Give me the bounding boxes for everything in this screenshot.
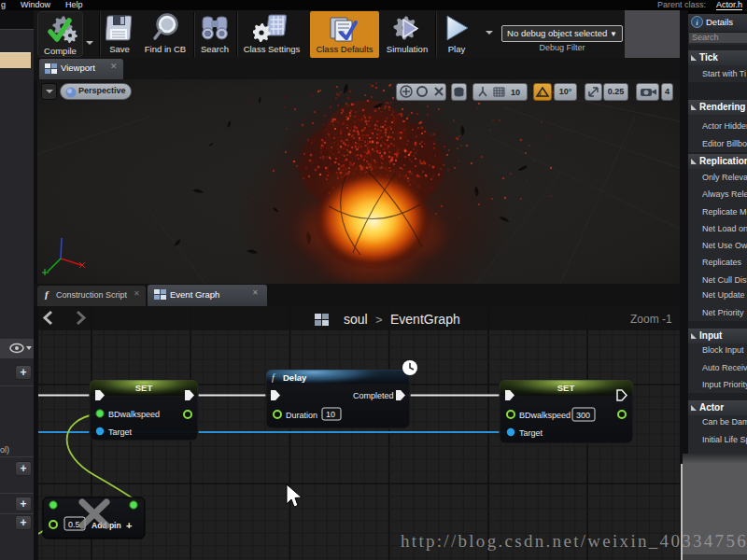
svg-text:Zoom -1: Zoom -1 xyxy=(630,313,672,326)
svg-text:Target: Target xyxy=(108,427,133,437)
svg-text:300: 300 xyxy=(576,411,590,420)
svg-text:10: 10 xyxy=(326,410,335,419)
svg-text:Target: Target xyxy=(519,428,543,438)
svg-text:Duration: Duration xyxy=(286,411,317,420)
svg-text:SET: SET xyxy=(557,383,575,393)
svg-text:Delay: Delay xyxy=(283,372,307,383)
svg-text:BDwalkspeed: BDwalkspeed xyxy=(108,410,160,419)
svg-text:>: > xyxy=(375,313,383,327)
svg-text:SET: SET xyxy=(135,383,153,393)
svg-text:0.5: 0.5 xyxy=(68,520,80,529)
svg-text:Completed: Completed xyxy=(353,391,394,400)
svg-text:BDwalkspeed: BDwalkspeed xyxy=(519,411,571,420)
svg-text:soul: soul xyxy=(344,312,368,327)
svg-text:10: 10 xyxy=(511,88,520,97)
svg-text:+: + xyxy=(126,520,132,531)
svg-text:EventGraph: EventGraph xyxy=(390,312,460,327)
